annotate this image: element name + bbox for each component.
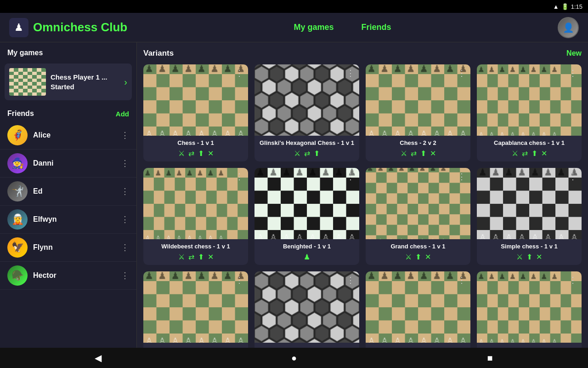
variant-board-img-8 [143, 271, 248, 343]
nav-links: My games Friends [136, 23, 548, 32]
back-button[interactable]: ◀ [89, 349, 107, 367]
friend-name-hector: Hector [33, 271, 115, 280]
variant-more-11[interactable]: ⋮ [569, 275, 577, 285]
variant-more-4[interactable]: ⋮ [235, 172, 243, 182]
variant-more-5[interactable]: ⋮ [346, 172, 355, 182]
variant-img-3: ⋮ [477, 64, 582, 136]
sidebar: My games // Will be generated by JS belo… [0, 42, 137, 348]
variant-icons-4: ⚔⇄⬆✕ [148, 253, 243, 261]
variant-info-11: Variant 12 ⚔⇄ [477, 343, 582, 348]
game-info: Chess Player 1 ... Started [51, 72, 119, 92]
game-arrow: › [124, 77, 127, 87]
logo-text: Omnichess Club [33, 20, 127, 34]
content-area: Variants New ⋮ Chess - 1 v 1 ⚔⇄⬆✕ ⋮ Glin… [137, 42, 588, 348]
variant-img-0: ⋮ [143, 64, 248, 136]
game-card[interactable]: // Will be generated by JS below Chess P… [5, 63, 132, 100]
friend-item-flynn[interactable]: 🦅 Flynn ⋮ [0, 234, 136, 262]
variant-img-9: ⋮ [254, 271, 359, 343]
friend-avatar-alice: 🦸 [7, 125, 28, 145]
variant-icons-1: ⚔⇄⬆ [259, 149, 355, 158]
friend-item-hector[interactable]: 🪖 Hector ⋮ [0, 262, 136, 290]
variant-card-5[interactable]: ⋮ Benighted - 1 v 1 ♟ [254, 168, 359, 265]
friend-more-flynn[interactable]: ⋮ [121, 242, 129, 253]
variant-info-7: Simple chess - 1 v 1 ⚔⬆✕ [477, 239, 582, 265]
variant-info-2: Chess - 2 v 2 ⚔⇄⬆✕ [366, 136, 470, 161]
variant-card-8[interactable]: ⋮ Variant 9 ⚔⇄ [143, 271, 248, 348]
variant-name-11: Variant 12 [481, 346, 577, 348]
variant-img-1: ⋮ [254, 64, 359, 136]
friend-name-ed: Ed [33, 187, 115, 196]
mygames-title: My games [0, 42, 136, 61]
variant-card-0[interactable]: ⋮ Chess - 1 v 1 ⚔⇄⬆✕ [143, 64, 248, 161]
add-friend-button[interactable]: Add [116, 110, 129, 118]
variant-icons-7: ⚔⬆✕ [481, 253, 577, 261]
variant-more-6[interactable]: ⋮ [458, 172, 466, 182]
variant-card-1[interactable]: ⋮ Glinski's Hexagonal Chess - 1 v 1 ⚔⇄⬆ [254, 64, 359, 161]
status-icons: ▲ 🔋 1:15 [553, 3, 582, 10]
variant-board-img-5 [254, 168, 359, 239]
variant-board-img-10 [366, 271, 470, 343]
variant-img-8: ⋮ [143, 271, 248, 343]
variant-card-10[interactable]: ⋮ Variant 11 ⚔ [366, 271, 470, 348]
friend-avatar-elfwyn: 🧝 [7, 209, 28, 230]
variant-icons-2: ⚔⇄⬆✕ [370, 149, 466, 158]
variant-icons-6: ⚔⬆✕ [370, 253, 466, 261]
friend-name-elfwyn: Elfwyn [33, 215, 115, 224]
friend-avatar-flynn: 🦅 [7, 237, 28, 258]
variant-card-4[interactable]: ⋮ Wildebeest chess - 1 v 1 ⚔⇄⬆✕ [143, 168, 248, 265]
variant-more-2[interactable]: ⋮ [458, 68, 466, 78]
friend-more-danni[interactable]: ⋮ [121, 158, 129, 168]
variant-more-10[interactable]: ⋮ [458, 275, 466, 285]
variant-name-6: Grand chess - 1 v 1 [370, 243, 466, 250]
friend-name-danni: Danni [33, 159, 115, 167]
wifi-icon: ▲ [553, 3, 559, 10]
friend-item-ed[interactable]: 🤺 Ed ⋮ [0, 178, 136, 206]
user-avatar[interactable]: 👤 [558, 17, 579, 38]
game-title: Chess Player 1 ... [51, 72, 119, 82]
variant-icons-0: ⚔⇄⬆✕ [148, 149, 243, 158]
main-layout: My games // Will be generated by JS belo… [0, 42, 588, 348]
variant-name-0: Chess - 1 v 1 [148, 139, 243, 146]
time-display: 1:15 [571, 3, 582, 10]
variant-img-10: ⋮ [366, 271, 470, 343]
friend-item-danni[interactable]: 🧙 Danni ⋮ [0, 150, 136, 178]
variant-card-6[interactable]: ⋮ Grand chess - 1 v 1 ⚔⬆✕ [366, 168, 470, 265]
variant-more-1[interactable]: ⋮ [346, 68, 355, 78]
variant-more-8[interactable]: ⋮ [235, 275, 243, 285]
friend-item-alice[interactable]: 🦸 Alice ⋮ [0, 121, 136, 150]
home-button[interactable]: ● [285, 349, 303, 367]
variant-info-1: Glinski's Hexagonal Chess - 1 v 1 ⚔⇄⬆ [254, 136, 359, 161]
friend-avatar-ed: 🤺 [7, 181, 28, 201]
friend-more-alice[interactable]: ⋮ [121, 130, 129, 140]
variant-more-9[interactable]: ⋮ [346, 275, 355, 285]
variant-card-3[interactable]: ⋮ Capablanca chess - 1 v 1 ⚔⇄⬆✕ [477, 64, 582, 161]
friend-more-hector[interactable]: ⋮ [121, 270, 129, 281]
variant-more-7[interactable]: ⋮ [569, 172, 577, 182]
variant-card-9[interactable]: ⋮ Variant 10 ⚔⇄ [254, 271, 359, 348]
variant-info-3: Capablanca chess - 1 v 1 ⚔⇄⬆✕ [477, 136, 582, 161]
variant-name-2: Chess - 2 v 2 [370, 139, 466, 146]
friend-more-ed[interactable]: ⋮ [121, 186, 129, 196]
variant-board-img-4 [143, 168, 248, 239]
battery-icon: 🔋 [561, 3, 569, 10]
friend-item-elfwyn[interactable]: 🧝 Elfwyn ⋮ [0, 206, 136, 234]
friends-header: Friends Add [0, 103, 136, 121]
friend-name-alice: Alice [33, 131, 115, 139]
variant-card-11[interactable]: ⋮ Variant 12 ⚔⇄ [477, 271, 582, 348]
variant-name-3: Capablanca chess - 1 v 1 [481, 139, 577, 146]
friend-more-elfwyn[interactable]: ⋮ [121, 214, 129, 224]
variants-grid: ⋮ Chess - 1 v 1 ⚔⇄⬆✕ ⋮ Glinski's Hexagon… [143, 64, 582, 348]
nav-friends[interactable]: Friends [362, 23, 391, 32]
variant-name-4: Wildebeest chess - 1 v 1 [148, 243, 243, 250]
variant-card-2[interactable]: ⋮ Chess - 2 v 2 ⚔⇄⬆✕ [366, 64, 470, 161]
variant-name-8: Variant 9 [148, 346, 243, 348]
variant-card-7[interactable]: ⋮ Simple chess - 1 v 1 ⚔⬆✕ [477, 168, 582, 265]
variant-more-3[interactable]: ⋮ [569, 68, 577, 78]
nav-mygames[interactable]: My games [294, 23, 334, 32]
variant-more-0[interactable]: ⋮ [235, 68, 243, 78]
variants-header: Variants New [143, 49, 582, 58]
recent-button[interactable]: ■ [481, 349, 499, 367]
variant-name-5: Benighted - 1 v 1 [259, 243, 355, 250]
friends-list: 🦸 Alice ⋮ 🧙 Danni ⋮ 🤺 Ed ⋮ 🧝 Elfwyn ⋮ 🦅 … [0, 121, 136, 290]
new-button[interactable]: New [566, 49, 582, 58]
